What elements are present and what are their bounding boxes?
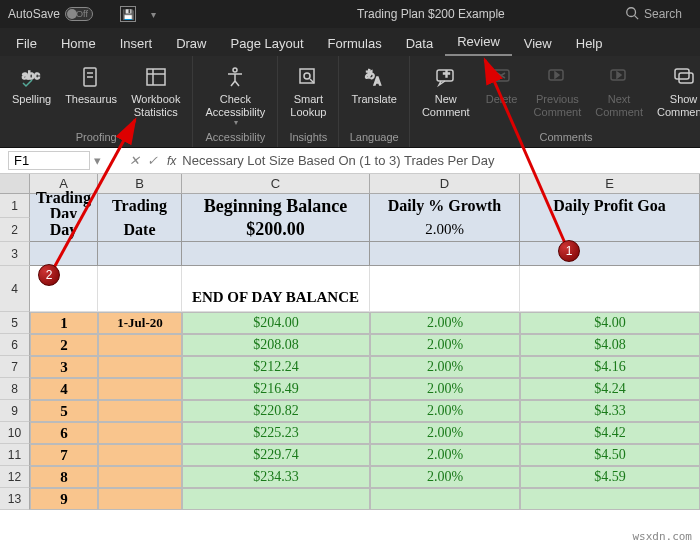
fx-icon[interactable]: fx <box>161 154 182 168</box>
row-header[interactable]: 7 <box>0 356 30 378</box>
row-header[interactable]: 11 <box>0 444 30 466</box>
tab-view[interactable]: View <box>512 31 564 56</box>
cell-date[interactable] <box>98 466 182 488</box>
row-header[interactable]: 5 <box>0 312 30 334</box>
cell-C4[interactable]: END OF DAY BALANCE <box>182 266 370 312</box>
new-comment-button[interactable]: + New Comment <box>416 60 476 122</box>
cell-day[interactable]: 6 <box>30 422 98 444</box>
cell-date[interactable] <box>98 444 182 466</box>
row-header[interactable]: 4 <box>0 266 30 312</box>
row-header[interactable]: 10 <box>0 422 30 444</box>
tab-formulas[interactable]: Formulas <box>316 31 394 56</box>
col-header-E[interactable]: E <box>520 174 700 193</box>
cell-C1[interactable]: Beginning Balance <box>204 196 348 217</box>
cell-balance[interactable]: $204.00 <box>182 312 370 334</box>
cell-balance[interactable]: $212.24 <box>182 356 370 378</box>
check-accessibility-button[interactable]: Check Accessibility <box>199 60 271 131</box>
cell-profit[interactable]: $4.33 <box>520 400 700 422</box>
cell-C3[interactable] <box>182 242 370 266</box>
row-header[interactable]: 1 <box>0 194 30 218</box>
cell-balance[interactable]: $208.08 <box>182 334 370 356</box>
cell-B1[interactable]: Trading <box>112 197 167 215</box>
qat-dropdown-icon[interactable]: ▾ <box>146 6 162 22</box>
tab-data[interactable]: Data <box>394 31 445 56</box>
cell-A2[interactable]: Day <box>50 221 78 239</box>
cell-pct[interactable] <box>370 488 520 510</box>
formula-input[interactable]: Necessary Lot Size Based On (1 to 3) Tra… <box>182 153 692 168</box>
cell-profit[interactable]: $4.08 <box>520 334 700 356</box>
show-comments-button[interactable]: Show Comments <box>651 60 700 122</box>
cell-date[interactable] <box>98 378 182 400</box>
cell-profit[interactable] <box>520 488 700 510</box>
cell-profit[interactable]: $4.59 <box>520 466 700 488</box>
cell-day[interactable]: 4 <box>30 378 98 400</box>
cell-D4[interactable] <box>370 266 520 312</box>
cell-pct[interactable]: 2.00% <box>370 378 520 400</box>
cell-A3[interactable] <box>30 242 98 266</box>
cell-date[interactable] <box>98 334 182 356</box>
cell-E2[interactable] <box>520 218 700 242</box>
cell-pct[interactable]: 2.00% <box>370 400 520 422</box>
cell-pct[interactable]: 2.00% <box>370 422 520 444</box>
row-header[interactable]: 2 <box>0 218 30 242</box>
smart-lookup-button[interactable]: Smart Lookup <box>284 60 332 122</box>
cell-day[interactable]: 1 <box>30 312 98 334</box>
cell-profit[interactable]: $4.50 <box>520 444 700 466</box>
cell-profit[interactable]: $4.42 <box>520 422 700 444</box>
cell-D2[interactable]: 2.00% <box>425 221 464 238</box>
tab-file[interactable]: File <box>4 31 49 56</box>
save-icon[interactable]: 💾 <box>120 6 136 22</box>
cell-profit[interactable]: $4.00 <box>520 312 700 334</box>
tab-insert[interactable]: Insert <box>108 31 165 56</box>
cell-date[interactable] <box>98 488 182 510</box>
tab-home[interactable]: Home <box>49 31 108 56</box>
row-header[interactable]: 3 <box>0 242 30 266</box>
cell-date[interactable] <box>98 356 182 378</box>
tab-help[interactable]: Help <box>564 31 615 56</box>
tab-draw[interactable]: Draw <box>164 31 218 56</box>
cell-date[interactable]: 1-Jul-20 <box>98 312 182 334</box>
tab-review[interactable]: Review <box>445 29 512 56</box>
cell-date[interactable] <box>98 422 182 444</box>
spelling-button[interactable]: abc Spelling <box>6 60 57 110</box>
row-header[interactable]: 9 <box>0 400 30 422</box>
cell-D3[interactable] <box>370 242 520 266</box>
cell-pct[interactable]: 2.00% <box>370 356 520 378</box>
cell-pct[interactable]: 2.00% <box>370 312 520 334</box>
cell-date[interactable] <box>98 400 182 422</box>
cell-E4[interactable] <box>520 266 700 312</box>
col-header-B[interactable]: B <box>98 174 182 193</box>
cell-balance[interactable]: $229.74 <box>182 444 370 466</box>
cell-day[interactable]: 5 <box>30 400 98 422</box>
cell-pct[interactable]: 2.00% <box>370 334 520 356</box>
cell-balance[interactable]: $234.33 <box>182 466 370 488</box>
row-header[interactable]: 6 <box>0 334 30 356</box>
name-box[interactable]: F1 <box>8 151 90 170</box>
cell-pct[interactable]: 2.00% <box>370 466 520 488</box>
row-header[interactable]: 8 <box>0 378 30 400</box>
search-box[interactable]: Search <box>625 6 682 23</box>
autosave-toggle[interactable]: AutoSave Off <box>8 7 110 21</box>
translate-button[interactable]: あA Translate <box>345 60 402 110</box>
cell-balance[interactable]: $216.49 <box>182 378 370 400</box>
cell-day[interactable]: 9 <box>30 488 98 510</box>
cell-profit[interactable]: $4.24 <box>520 378 700 400</box>
cell-E1[interactable]: Daily Profit Goa <box>553 197 666 215</box>
cell-day[interactable]: 8 <box>30 466 98 488</box>
cell-balance[interactable]: $225.23 <box>182 422 370 444</box>
cell-profit[interactable]: $4.16 <box>520 356 700 378</box>
cell-day[interactable]: 2 <box>30 334 98 356</box>
cell-E3[interactable] <box>520 242 700 266</box>
row-header[interactable]: 12 <box>0 466 30 488</box>
row-header[interactable]: 13 <box>0 488 30 510</box>
tab-page-layout[interactable]: Page Layout <box>219 31 316 56</box>
cell-day[interactable]: 3 <box>30 356 98 378</box>
thesaurus-button[interactable]: Thesaurus <box>59 60 123 110</box>
spreadsheet-grid[interactable]: A B C D E 1 Trading Day Trading Beginnin… <box>0 174 700 510</box>
cell-pct[interactable]: 2.00% <box>370 444 520 466</box>
workbook-statistics-button[interactable]: Workbook Statistics <box>125 60 186 122</box>
col-header-C[interactable]: C <box>182 174 370 193</box>
cell-day[interactable]: 7 <box>30 444 98 466</box>
cell-B2[interactable]: Date <box>124 221 156 239</box>
cell-balance[interactable] <box>182 488 370 510</box>
